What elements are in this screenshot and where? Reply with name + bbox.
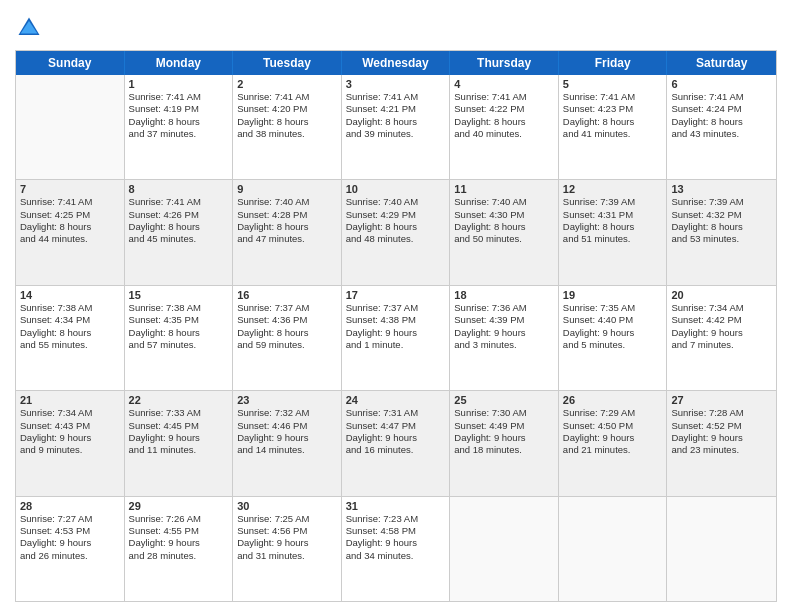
header <box>15 10 777 42</box>
cell-line: Daylight: 9 hours <box>20 432 120 444</box>
cell-line: Daylight: 8 hours <box>129 327 229 339</box>
cell-line: Sunset: 4:40 PM <box>563 314 663 326</box>
calendar-cell: 30Sunrise: 7:25 AMSunset: 4:56 PMDayligh… <box>233 497 342 601</box>
cell-line: Daylight: 8 hours <box>129 116 229 128</box>
header-day: Tuesday <box>233 51 342 75</box>
day-number: 15 <box>129 289 229 301</box>
calendar-cell: 14Sunrise: 7:38 AMSunset: 4:34 PMDayligh… <box>16 286 125 390</box>
cell-line: Sunrise: 7:41 AM <box>129 91 229 103</box>
cell-line: and 59 minutes. <box>237 339 337 351</box>
cell-line: Sunset: 4:46 PM <box>237 420 337 432</box>
cell-line: and 5 minutes. <box>563 339 663 351</box>
cell-line: Sunrise: 7:39 AM <box>671 196 772 208</box>
cell-line: Sunset: 4:36 PM <box>237 314 337 326</box>
calendar-cell: 21Sunrise: 7:34 AMSunset: 4:43 PMDayligh… <box>16 391 125 495</box>
calendar-cell <box>450 497 559 601</box>
cell-line: Sunrise: 7:23 AM <box>346 513 446 525</box>
calendar-cell: 24Sunrise: 7:31 AMSunset: 4:47 PMDayligh… <box>342 391 451 495</box>
logo <box>15 14 47 42</box>
cell-line: Sunset: 4:31 PM <box>563 209 663 221</box>
day-number: 23 <box>237 394 337 406</box>
cell-line: Sunset: 4:52 PM <box>671 420 772 432</box>
cell-line: and 21 minutes. <box>563 444 663 456</box>
cell-line: Sunset: 4:50 PM <box>563 420 663 432</box>
cell-line: Daylight: 8 hours <box>237 116 337 128</box>
cell-line: Sunset: 4:25 PM <box>20 209 120 221</box>
cell-line: and 18 minutes. <box>454 444 554 456</box>
cell-line: Daylight: 8 hours <box>671 116 772 128</box>
calendar-cell: 20Sunrise: 7:34 AMSunset: 4:42 PMDayligh… <box>667 286 776 390</box>
day-number: 20 <box>671 289 772 301</box>
calendar-cell: 18Sunrise: 7:36 AMSunset: 4:39 PMDayligh… <box>450 286 559 390</box>
header-day: Friday <box>559 51 668 75</box>
calendar-row: 1Sunrise: 7:41 AMSunset: 4:19 PMDaylight… <box>16 75 776 179</box>
cell-line: Sunset: 4:38 PM <box>346 314 446 326</box>
cell-line: Daylight: 9 hours <box>563 432 663 444</box>
day-number: 31 <box>346 500 446 512</box>
calendar-cell: 15Sunrise: 7:38 AMSunset: 4:35 PMDayligh… <box>125 286 234 390</box>
cell-line: and 38 minutes. <box>237 128 337 140</box>
calendar-cell: 17Sunrise: 7:37 AMSunset: 4:38 PMDayligh… <box>342 286 451 390</box>
day-number: 4 <box>454 78 554 90</box>
calendar-cell: 3Sunrise: 7:41 AMSunset: 4:21 PMDaylight… <box>342 75 451 179</box>
calendar-cell: 13Sunrise: 7:39 AMSunset: 4:32 PMDayligh… <box>667 180 776 284</box>
cell-line: Sunrise: 7:35 AM <box>563 302 663 314</box>
header-day: Wednesday <box>342 51 451 75</box>
cell-line: Sunset: 4:22 PM <box>454 103 554 115</box>
day-number: 13 <box>671 183 772 195</box>
cell-line: Sunset: 4:32 PM <box>671 209 772 221</box>
calendar-header: SundayMondayTuesdayWednesdayThursdayFrid… <box>16 51 776 75</box>
cell-line: and 44 minutes. <box>20 233 120 245</box>
cell-line: Sunrise: 7:33 AM <box>129 407 229 419</box>
calendar-cell: 12Sunrise: 7:39 AMSunset: 4:31 PMDayligh… <box>559 180 668 284</box>
cell-line: Sunrise: 7:31 AM <box>346 407 446 419</box>
cell-line: and 16 minutes. <box>346 444 446 456</box>
calendar-cell: 11Sunrise: 7:40 AMSunset: 4:30 PMDayligh… <box>450 180 559 284</box>
cell-line: and 3 minutes. <box>454 339 554 351</box>
calendar: SundayMondayTuesdayWednesdayThursdayFrid… <box>15 50 777 602</box>
calendar-cell <box>559 497 668 601</box>
calendar-cell: 29Sunrise: 7:26 AMSunset: 4:55 PMDayligh… <box>125 497 234 601</box>
cell-line: Daylight: 9 hours <box>346 327 446 339</box>
day-number: 28 <box>20 500 120 512</box>
cell-line: Sunrise: 7:38 AM <box>129 302 229 314</box>
day-number: 1 <box>129 78 229 90</box>
cell-line: Daylight: 8 hours <box>20 327 120 339</box>
cell-line: and 1 minute. <box>346 339 446 351</box>
day-number: 30 <box>237 500 337 512</box>
cell-line: Sunset: 4:55 PM <box>129 525 229 537</box>
cell-line: Daylight: 9 hours <box>563 327 663 339</box>
day-number: 18 <box>454 289 554 301</box>
cell-line: Sunrise: 7:41 AM <box>563 91 663 103</box>
day-number: 7 <box>20 183 120 195</box>
cell-line: Daylight: 9 hours <box>237 537 337 549</box>
cell-line: and 40 minutes. <box>454 128 554 140</box>
cell-line: and 55 minutes. <box>20 339 120 351</box>
cell-line: and 37 minutes. <box>129 128 229 140</box>
cell-line: Sunrise: 7:29 AM <box>563 407 663 419</box>
cell-line: Sunset: 4:35 PM <box>129 314 229 326</box>
cell-line: and 28 minutes. <box>129 550 229 562</box>
calendar-cell: 10Sunrise: 7:40 AMSunset: 4:29 PMDayligh… <box>342 180 451 284</box>
cell-line: and 34 minutes. <box>346 550 446 562</box>
cell-line: Sunrise: 7:41 AM <box>237 91 337 103</box>
day-number: 27 <box>671 394 772 406</box>
calendar-row: 7Sunrise: 7:41 AMSunset: 4:25 PMDaylight… <box>16 179 776 284</box>
header-day: Thursday <box>450 51 559 75</box>
cell-line: Daylight: 8 hours <box>671 221 772 233</box>
day-number: 19 <box>563 289 663 301</box>
calendar-cell: 2Sunrise: 7:41 AMSunset: 4:20 PMDaylight… <box>233 75 342 179</box>
header-day: Monday <box>125 51 234 75</box>
day-number: 22 <box>129 394 229 406</box>
cell-line: and 48 minutes. <box>346 233 446 245</box>
cell-line: Sunset: 4:26 PM <box>129 209 229 221</box>
day-number: 16 <box>237 289 337 301</box>
cell-line: Sunset: 4:47 PM <box>346 420 446 432</box>
cell-line: Daylight: 9 hours <box>346 432 446 444</box>
cell-line: Sunset: 4:49 PM <box>454 420 554 432</box>
cell-line: and 39 minutes. <box>346 128 446 140</box>
cell-line: Daylight: 9 hours <box>129 432 229 444</box>
cell-line: Sunrise: 7:38 AM <box>20 302 120 314</box>
day-number: 2 <box>237 78 337 90</box>
cell-line: and 7 minutes. <box>671 339 772 351</box>
